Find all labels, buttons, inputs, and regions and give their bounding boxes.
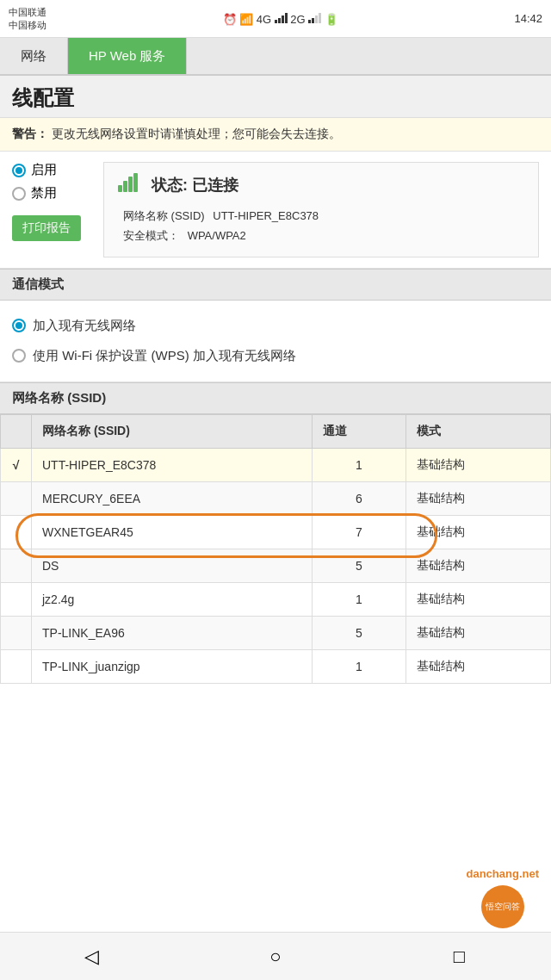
connection-status-box: 状态: 已连接 网络名称 (SSID) UTT-HIPER_E8C378 安全模…: [103, 162, 539, 257]
signal-icon: [275, 13, 291, 26]
table-row[interactable]: DS5基础结构: [1, 549, 551, 582]
tabs-area: 网络 HP Web 服务: [0, 38, 551, 76]
row-channel: 6: [312, 481, 406, 515]
row-check: √: [1, 448, 32, 481]
status-section: 启用 禁用 打印报告 状态: 已连接: [0, 152, 551, 269]
watermark: danchang.net 悟空问答: [462, 865, 542, 928]
wifi-status-icon: 📶: [239, 13, 253, 26]
connection-status-title: 状态: 已连接: [118, 173, 524, 197]
table-row[interactable]: TP-LINK_EA965基础结构: [1, 616, 551, 649]
row-ssid: UTT-HIPER_E8C378: [32, 448, 313, 481]
comm-mode-section: 加入现有无线网络 使用 Wi-Fi 保护设置 (WPS) 加入现有无线网络: [0, 301, 551, 382]
row-ssid: WXNETGEAR45: [32, 515, 313, 549]
carrier-info: 中国联通 中国移动: [9, 6, 46, 31]
home-button[interactable]: ○: [260, 941, 291, 972]
network-table-section: 网络名称 (SSID) 通道 模式 √UTT-HIPER_E8C3781基础结构…: [0, 414, 551, 684]
row-mode: 基础结构: [406, 549, 551, 582]
row-channel: 5: [312, 549, 406, 582]
status-icons: ⏰ 📶 4G 2G 🔋: [223, 11, 338, 26]
row-check: [1, 649, 32, 683]
status-bar: 中国联通 中国移动 ⏰ 📶 4G 2G 🔋 14:42: [0, 0, 551, 38]
page-title: 线配置: [0, 76, 551, 118]
carrier1-label: 中国联通: [9, 6, 46, 18]
row-check: [1, 582, 32, 616]
row-check: [1, 481, 32, 515]
row-mode: 基础结构: [406, 448, 551, 481]
clock-icon: ⏰: [223, 13, 237, 26]
warning-text: 更改无线网络设置时请谨慎处理；您可能会失去连接。: [52, 127, 341, 140]
comm-mode-header: 通信模式: [0, 269, 551, 301]
row-mode: 基础结构: [406, 481, 551, 515]
row-ssid: MERCURY_6EEA: [32, 481, 313, 515]
wifi-connected-icon: [118, 173, 143, 197]
comm-option2[interactable]: 使用 Wi-Fi 保护设置 (WPS) 加入现有无线网络: [12, 341, 539, 371]
row-channel: 7: [312, 515, 406, 549]
disable-radio-circle: [12, 187, 26, 201]
disable-label: 禁用: [31, 185, 57, 202]
enable-radio-circle: [12, 164, 26, 177]
row-ssid: TP-LINK_EA96: [32, 616, 313, 649]
row-ssid: TP-LINK_juanzigp: [32, 649, 313, 683]
table-row[interactable]: √UTT-HIPER_E8C3781基础结构: [1, 448, 551, 481]
row-check: [1, 515, 32, 549]
th-channel: 通道: [312, 414, 406, 448]
comm-option1-label: 加入现有无线网络: [33, 318, 136, 334]
network-ssid-header: 网络名称 (SSID): [0, 382, 551, 414]
disable-radio[interactable]: 禁用: [12, 185, 90, 202]
th-ssid: 网络名称 (SSID): [32, 414, 313, 448]
enable-disable-col: 启用 禁用 打印报告: [12, 162, 90, 257]
back-button[interactable]: ◁: [77, 941, 108, 972]
comm-radio1-circle: [12, 319, 26, 332]
ssid-table: 网络名称 (SSID) 通道 模式 √UTT-HIPER_E8C3781基础结构…: [0, 414, 551, 684]
row-mode: 基础结构: [406, 616, 551, 649]
recents-button[interactable]: □: [443, 941, 474, 972]
row-channel: 1: [312, 448, 406, 481]
ssid-row: 网络名称 (SSID) UTT-HIPER_E8C378: [118, 206, 524, 226]
th-check: [1, 414, 32, 448]
row-check: [1, 549, 32, 582]
table-header-row: 网络名称 (SSID) 通道 模式: [1, 414, 551, 448]
signal2-icon: [308, 13, 325, 26]
table-row[interactable]: jz2.4g1基础结构: [1, 582, 551, 616]
time-label: 14:42: [514, 12, 542, 25]
security-label: 安全模式：: [123, 229, 179, 242]
tab-network[interactable]: 网络: [0, 38, 68, 74]
print-report-button[interactable]: 打印报告: [12, 215, 81, 241]
status-title-text: 状态: 已连接: [152, 175, 238, 195]
row-mode: 基础结构: [406, 649, 551, 683]
battery-icon: 🔋: [325, 13, 338, 26]
comm-option2-label: 使用 Wi-Fi 保护设置 (WPS) 加入现有无线网络: [33, 348, 296, 364]
security-value: WPA/WPA2: [188, 229, 246, 242]
watermark-text: danchang.net: [462, 865, 542, 882]
warning-prefix: 警告：: [12, 127, 48, 140]
4g-label: 4G: [257, 13, 271, 26]
table-row[interactable]: TP-LINK_juanzigp1基础结构: [1, 649, 551, 683]
row-channel: 1: [312, 582, 406, 616]
row-ssid: DS: [32, 549, 313, 582]
main-content: 线配置 警告： 更改无线网络设置时请谨慎处理；您可能会失去连接。 启用 禁用 打…: [0, 76, 551, 932]
th-mode: 模式: [406, 414, 551, 448]
row-check: [1, 616, 32, 649]
row-channel: 5: [312, 616, 406, 649]
2g-label: 2G: [290, 13, 305, 26]
ssid-table-container: 网络名称 (SSID) 通道 模式 √UTT-HIPER_E8C3781基础结构…: [0, 414, 551, 684]
enable-label: 启用: [31, 162, 57, 178]
tab-hp-web[interactable]: HP Web 服务: [68, 38, 187, 74]
row-mode: 基础结构: [406, 582, 551, 616]
watermark-icon: 悟空问答: [481, 885, 524, 928]
row-mode: 基础结构: [406, 515, 551, 549]
radio-dot: [15, 167, 22, 174]
table-row[interactable]: MERCURY_6EEA6基础结构: [1, 481, 551, 515]
comm-radio2-circle: [12, 349, 26, 363]
carrier2-label: 中国移动: [9, 19, 46, 31]
enable-radio[interactable]: 启用: [12, 162, 90, 178]
ssid-value: UTT-HIPER_E8C378: [213, 209, 319, 222]
security-row: 安全模式： WPA/WPA2: [118, 226, 524, 245]
time-display: 14:42: [514, 12, 542, 25]
comm-option1[interactable]: 加入现有无线网络: [12, 311, 539, 341]
comm-radio1-dot: [15, 322, 22, 329]
row-ssid: jz2.4g: [32, 582, 313, 616]
table-row[interactable]: WXNETGEAR457基础结构: [1, 515, 551, 549]
nav-bar: ◁ ○ □: [0, 932, 551, 980]
row-channel: 1: [312, 649, 406, 683]
